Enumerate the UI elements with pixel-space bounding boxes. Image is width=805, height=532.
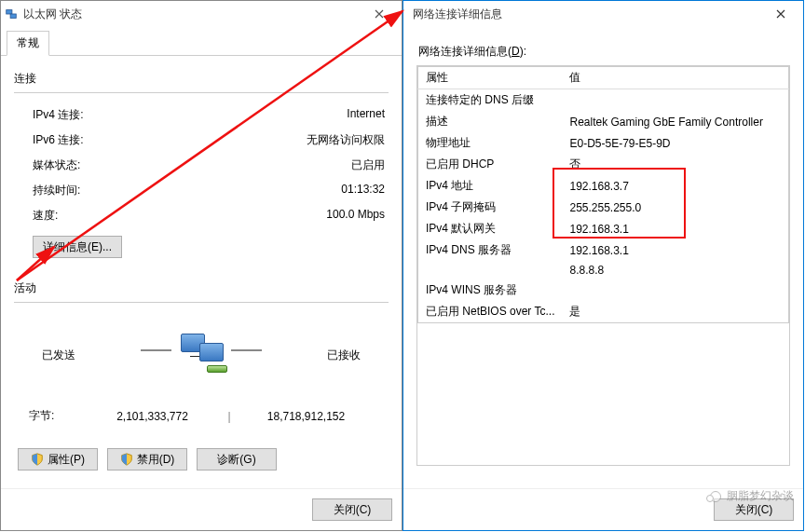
cell-property: IPv4 地址 bbox=[418, 175, 563, 197]
label: IPv4 连接: bbox=[33, 107, 84, 123]
table-row[interactable]: 物理地址E0-D5-5E-79-E5-9D bbox=[418, 132, 789, 154]
details-button[interactable]: 详细信息(E)... bbox=[33, 236, 122, 258]
cell-value: 192.168.3.1 bbox=[562, 239, 788, 261]
watermark: 胭脂梦幻杂谈 bbox=[710, 488, 794, 504]
cell-value: 192.168.3.1 bbox=[562, 218, 788, 239]
activity-panel: 已发送 —— 已接收 字节: 2,101,333,772 | 18,718,91… bbox=[14, 312, 389, 424]
section-connection-label: 连接 bbox=[14, 71, 389, 87]
svg-rect-0 bbox=[7, 10, 12, 14]
table-row[interactable]: 描述Realtek Gaming GbE Family Controller bbox=[418, 111, 789, 132]
cell-value: 8.8.8.8 bbox=[562, 261, 788, 280]
cell-property: 已启用 NetBIOS over Tc... bbox=[418, 301, 563, 323]
details-label: 网络连接详细信息(D): bbox=[416, 36, 790, 65]
network-icon bbox=[5, 7, 18, 20]
label: 持续时间: bbox=[33, 183, 80, 198]
button-label: 禁用(D) bbox=[137, 452, 175, 468]
details-table: 属性 值 连接特定的 DNS 后缀描述Realtek Gaming GbE Fa… bbox=[417, 66, 789, 323]
table-row[interactable]: IPv4 默认网关192.168.3.1 bbox=[418, 218, 789, 239]
col-property[interactable]: 属性 bbox=[418, 67, 563, 89]
row-ipv4: IPv4 连接:Internet bbox=[14, 102, 389, 128]
cell-property bbox=[418, 261, 563, 280]
table-row[interactable]: 已启用 DHCP否 bbox=[418, 154, 789, 175]
window-title: 网络连接详细信息 bbox=[407, 7, 762, 22]
section-activity-label: 活动 bbox=[14, 280, 389, 296]
cell-property: IPv4 WINS 服务器 bbox=[418, 280, 563, 301]
shield-icon bbox=[120, 453, 133, 466]
recv-label: 已接收 bbox=[327, 348, 361, 363]
cell-property: 描述 bbox=[418, 111, 563, 132]
cell-value: 192.168.3.7 bbox=[562, 175, 788, 197]
shield-icon bbox=[31, 453, 44, 466]
close-button[interactable] bbox=[762, 1, 799, 27]
diagnose-button[interactable]: 诊断(G) bbox=[197, 448, 277, 471]
cell-value bbox=[562, 280, 788, 301]
cell-property: 物理地址 bbox=[418, 132, 563, 154]
cell-value: E0-D5-5E-79-E5-9D bbox=[562, 132, 788, 154]
computer-icon bbox=[186, 330, 225, 371]
label: IPv6 连接: bbox=[33, 132, 84, 148]
button-label: 属性(P) bbox=[48, 452, 85, 468]
close-button[interactable] bbox=[361, 1, 398, 27]
cell-value bbox=[562, 89, 788, 112]
window-title: 以太网 状态 bbox=[23, 7, 361, 22]
table-row[interactable]: 8.8.8.8 bbox=[418, 261, 789, 280]
table-row[interactable]: IPv4 DNS 服务器192.168.3.1 bbox=[418, 239, 789, 261]
cell-property: 连接特定的 DNS 后缀 bbox=[418, 89, 563, 112]
bytes-recv: 18,718,912,152 bbox=[239, 410, 374, 423]
label: 速度: bbox=[33, 208, 58, 224]
tab-general[interactable]: 常规 bbox=[7, 31, 49, 56]
value: 已启用 bbox=[351, 157, 385, 173]
titlebar: 以太网 状态 bbox=[1, 1, 402, 27]
button-label: 诊断(G) bbox=[217, 452, 255, 468]
ethernet-status-window: 以太网 状态 常规 连接 IPv4 连接:Internet IPv6 连接:无网… bbox=[0, 0, 402, 531]
row-speed: 速度:100.0 Mbps bbox=[14, 203, 389, 228]
cell-property: IPv4 子网掩码 bbox=[418, 197, 563, 218]
value: 无网络访问权限 bbox=[307, 132, 385, 148]
network-details-window: 网络连接详细信息 网络连接详细信息(D): 属性 值 连接特定的 DNS 后缀描… bbox=[402, 0, 804, 531]
separator: | bbox=[220, 410, 239, 423]
table-row[interactable]: IPv4 WINS 服务器 bbox=[418, 280, 789, 301]
tab-strip: 常规 bbox=[1, 27, 402, 56]
cell-value: 否 bbox=[562, 154, 788, 175]
divider bbox=[14, 302, 389, 303]
divider bbox=[14, 92, 389, 93]
cell-value: 是 bbox=[562, 301, 788, 323]
svg-rect-1 bbox=[10, 14, 16, 18]
value: 100.0 Mbps bbox=[326, 208, 385, 224]
disable-button[interactable]: 禁用(D) bbox=[107, 448, 187, 471]
dash-left bbox=[141, 349, 171, 351]
close-dialog-button[interactable]: 关闭(C) bbox=[312, 498, 392, 521]
wechat-icon bbox=[710, 491, 721, 502]
label: 媒体状态: bbox=[33, 157, 80, 173]
watermark-text: 胭脂梦幻杂谈 bbox=[727, 488, 794, 504]
bytes-label: 字节: bbox=[29, 408, 85, 424]
details-listview[interactable]: 属性 值 连接特定的 DNS 后缀描述Realtek Gaming GbE Fa… bbox=[416, 65, 790, 466]
cell-property: IPv4 DNS 服务器 bbox=[418, 239, 563, 261]
table-row[interactable]: IPv4 地址192.168.3.7 bbox=[418, 175, 789, 197]
value: Internet bbox=[347, 107, 385, 123]
row-media: 媒体状态:已启用 bbox=[14, 153, 389, 178]
cell-value: Realtek Gaming GbE Family Controller bbox=[562, 111, 788, 132]
cell-property: 已启用 DHCP bbox=[418, 154, 563, 175]
titlebar: 网络连接详细信息 bbox=[403, 1, 803, 27]
sent-label: 已发送 bbox=[42, 348, 75, 363]
row-ipv6: IPv6 连接:无网络访问权限 bbox=[14, 128, 389, 153]
dash-right bbox=[231, 349, 262, 351]
bytes-sent: 2,101,333,772 bbox=[85, 410, 220, 423]
value: 01:13:32 bbox=[341, 183, 385, 198]
cell-value: 255.255.255.0 bbox=[562, 197, 788, 218]
row-duration: 持续时间:01:13:32 bbox=[14, 178, 389, 203]
table-row[interactable]: IPv4 子网掩码255.255.255.0 bbox=[418, 197, 789, 218]
table-row[interactable]: 已启用 NetBIOS over Tc...是 bbox=[418, 301, 789, 323]
col-value[interactable]: 值 bbox=[562, 67, 788, 89]
cell-property: IPv4 默认网关 bbox=[418, 218, 563, 239]
table-row[interactable]: 连接特定的 DNS 后缀 bbox=[418, 89, 789, 112]
properties-button[interactable]: 属性(P) bbox=[18, 448, 98, 471]
